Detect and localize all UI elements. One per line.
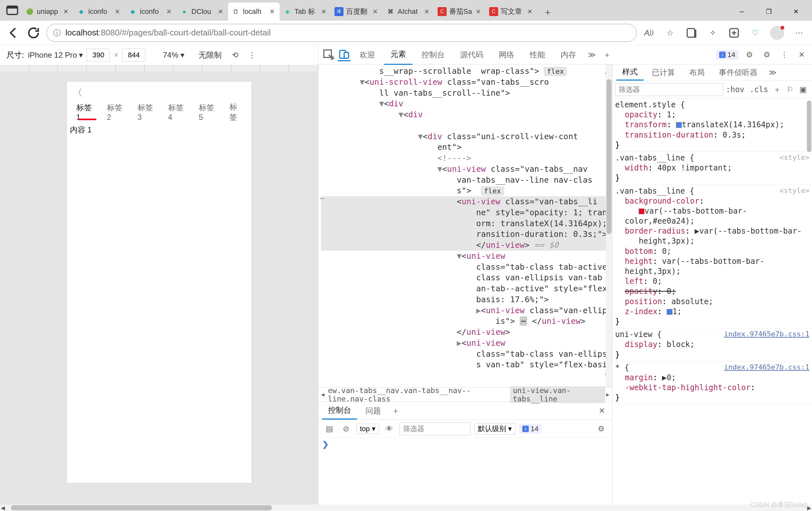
phone-tab[interactable]: 标签 2 bbox=[100, 102, 131, 122]
close-drawer-icon[interactable]: ✕ bbox=[596, 404, 608, 417]
devtools-tabbar: 欢迎 元素 控制台 源代码 网络 性能 内存 ≫ ＋ i14 ⚙ ⚙ ⋮ ✕ bbox=[318, 45, 812, 64]
console-settings-icon[interactable]: ⚙ bbox=[595, 422, 608, 435]
browser-tab[interactable]: 🟢uniapp✕ bbox=[22, 3, 74, 21]
elements-breadcrumb[interactable]: ◀ ew.van-tabs__nav.van-tabs__nav--line.n… bbox=[318, 387, 612, 401]
favorite-icon[interactable]: ☆ bbox=[664, 26, 677, 39]
close-icon[interactable]: ✕ bbox=[267, 7, 277, 16]
collections-icon[interactable] bbox=[685, 26, 698, 39]
zoom-selector[interactable]: 74% ▾ bbox=[163, 51, 184, 60]
scrollbar-vertical[interactable] bbox=[606, 64, 612, 387]
performance-icon[interactable]: ♡ bbox=[749, 26, 762, 39]
console-tab[interactable]: 控制台 bbox=[322, 402, 357, 420]
issues-badge[interactable]: i14 bbox=[716, 50, 738, 60]
close-icon[interactable]: ✕ bbox=[61, 7, 70, 16]
extensions-icon[interactable] bbox=[728, 26, 741, 39]
back-button[interactable] bbox=[6, 26, 21, 40]
devtools-tab[interactable]: 内存 bbox=[554, 45, 583, 64]
browser-tab[interactable]: ⌘AIchat✕ bbox=[383, 3, 434, 21]
cls-toggle[interactable]: .cls bbox=[747, 85, 771, 94]
browser-tab[interactable]: 译百度翻✕ bbox=[331, 3, 383, 21]
device-toggle-icon[interactable] bbox=[338, 48, 351, 61]
browser-tab[interactable]: ◆iconfo✕ bbox=[74, 3, 125, 21]
clear-console-icon[interactable]: ⊘ bbox=[340, 422, 352, 435]
close-window-button[interactable]: ✕ bbox=[782, 3, 809, 21]
more-tabs-icon[interactable]: ≫ bbox=[585, 48, 598, 61]
site-info-icon[interactable]: ⓘ bbox=[53, 28, 61, 38]
browser-tab[interactable]: C写文章✕ bbox=[486, 3, 538, 21]
browser-tab[interactable]: ●DClou✕ bbox=[177, 3, 228, 21]
live-expr-icon[interactable]: 👁 bbox=[383, 422, 396, 435]
console-filter-input[interactable] bbox=[400, 422, 470, 435]
read-aloud-icon[interactable]: A)) bbox=[642, 26, 656, 39]
device-selector[interactable]: iPhone 12 Pro ▾ bbox=[28, 51, 83, 60]
styles-toolbar: :hov .cls ＋ ⚐ ▣ bbox=[613, 81, 812, 98]
width-input[interactable] bbox=[87, 49, 110, 62]
minimize-button[interactable]: ─ bbox=[728, 3, 755, 21]
more-subtabs-icon[interactable]: ≫ bbox=[766, 66, 779, 79]
phone-tab[interactable]: 标签 4 bbox=[162, 102, 192, 122]
phone-tab[interactable]: 标签 5 bbox=[192, 102, 223, 122]
maximize-button[interactable]: ❐ bbox=[755, 3, 782, 21]
subtab-layout[interactable]: 布局 bbox=[684, 65, 710, 80]
devtools-tab[interactable]: 源代码 bbox=[454, 45, 490, 64]
close-icon[interactable]: ✕ bbox=[474, 7, 483, 16]
phone-tab[interactable]: 标签 bbox=[223, 102, 249, 122]
new-rule-icon[interactable]: ＋ bbox=[771, 83, 784, 96]
new-tab-button[interactable]: ＋ bbox=[540, 5, 556, 19]
add-drawer-tab-icon[interactable]: ＋ bbox=[389, 404, 402, 417]
favorites-bar-icon[interactable]: ✧ bbox=[706, 26, 719, 39]
console-issues-badge[interactable]: i14 bbox=[519, 424, 542, 434]
height-input[interactable] bbox=[122, 49, 145, 62]
elements-tree[interactable]: ⋯ s__wrap--scrollable wrap-class"> flex … bbox=[318, 64, 612, 387]
hov-toggle[interactable]: :hov bbox=[723, 85, 747, 94]
browser-tab-active[interactable]: 🗋localh✕ bbox=[228, 3, 280, 21]
rotate-icon[interactable]: ⟲ bbox=[229, 49, 242, 62]
close-icon[interactable]: ✕ bbox=[113, 7, 122, 16]
browser-tab[interactable]: ◆iconfo✕ bbox=[125, 3, 177, 21]
devtools-tab[interactable]: 控制台 bbox=[415, 45, 451, 64]
address-bar[interactable]: ⓘ localhost:8080/#/pages/ball-court-deta… bbox=[47, 24, 637, 42]
close-devtools-icon[interactable]: ✕ bbox=[795, 48, 808, 61]
more-device-icon[interactable]: ⋮ bbox=[245, 49, 258, 62]
tools-icon[interactable]: ⚙ bbox=[743, 48, 756, 61]
sidebar-toggle-icon[interactable]: ▤ bbox=[323, 422, 336, 435]
styles-filter-input[interactable] bbox=[615, 83, 723, 96]
close-icon[interactable]: ✕ bbox=[164, 7, 173, 16]
subtab-styles[interactable]: 样式 bbox=[616, 64, 643, 81]
subtab-computed[interactable]: 已计算 bbox=[646, 65, 681, 80]
issues-tab[interactable]: 问题 bbox=[359, 402, 387, 419]
close-icon[interactable]: ✕ bbox=[422, 7, 431, 16]
phone-frame: 〈 标签 1 标签 2 标签 3 标签 4 标签 5 标签 内容 1 bbox=[66, 81, 252, 483]
settings-icon[interactable]: ⚙ bbox=[760, 48, 773, 61]
devtools-tab[interactable]: 欢迎 bbox=[353, 45, 381, 64]
back-chevron-icon[interactable]: 〈 bbox=[73, 87, 82, 99]
browser-tab[interactable]: ◈Tab 标✕ bbox=[280, 3, 331, 21]
inspect-icon[interactable] bbox=[322, 48, 335, 61]
devtools-tab[interactable]: 性能 bbox=[523, 45, 552, 64]
tab-overview-icon[interactable] bbox=[5, 3, 19, 18]
context-dropdown[interactable]: top ▾ bbox=[356, 424, 379, 434]
profile-avatar[interactable] bbox=[770, 26, 784, 40]
devtools-tab[interactable]: 网络 bbox=[492, 45, 521, 64]
throttle-selector[interactable]: 无限制 bbox=[199, 50, 222, 60]
breadcrumb-segment-selected[interactable]: uni-view.van-tabs__line bbox=[510, 386, 605, 403]
computed-toggle-icon[interactable]: ▣ bbox=[796, 83, 809, 96]
devtools-tab-elements[interactable]: 元素 bbox=[384, 44, 412, 65]
more-icon[interactable]: ⋯ bbox=[793, 26, 806, 39]
close-icon[interactable]: ✕ bbox=[216, 7, 225, 16]
menu-icon[interactable]: ⋮ bbox=[778, 48, 791, 61]
reload-button[interactable] bbox=[26, 26, 40, 40]
browser-tab[interactable]: C番茄Sa✕ bbox=[434, 3, 486, 21]
close-icon[interactable]: ✕ bbox=[319, 7, 328, 16]
close-icon[interactable]: ✕ bbox=[371, 7, 380, 16]
breadcrumb-segment[interactable]: ew.van-tabs__nav.van-tabs__nav--line.nav… bbox=[325, 386, 511, 403]
close-icon[interactable]: ✕ bbox=[525, 7, 534, 16]
styles-rules[interactable]: element.style {opacity: 1;transform: tra… bbox=[613, 98, 812, 511]
styles-scrollbar[interactable] bbox=[807, 100, 811, 152]
subtab-listeners[interactable]: 事件侦听器 bbox=[713, 65, 763, 80]
flag-icon[interactable]: ⚐ bbox=[784, 83, 796, 96]
console-prompt[interactable]: ❯ bbox=[318, 438, 612, 511]
add-tab-icon[interactable]: ＋ bbox=[601, 48, 613, 61]
phone-tab[interactable]: 标签 3 bbox=[131, 102, 162, 122]
level-dropdown[interactable]: 默认级别 ▾ bbox=[474, 423, 515, 434]
